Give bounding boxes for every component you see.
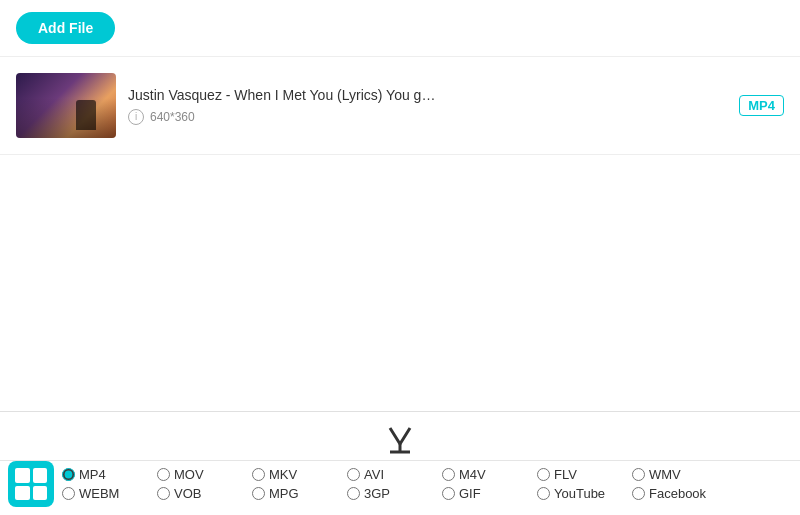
- radio-mp4[interactable]: MP4: [62, 467, 157, 482]
- radio-youtube-input[interactable]: [537, 487, 550, 500]
- radio-wmv-input[interactable]: [632, 468, 645, 481]
- convert-icon-row: [0, 412, 800, 460]
- radio-avi-label: AVI: [364, 467, 384, 482]
- file-title: Justin Vasquez - When I Met You (Lyrics)…: [128, 87, 727, 103]
- grid-cell-2: [33, 468, 48, 483]
- radio-webm[interactable]: WEBM: [62, 486, 157, 501]
- grid-cell-3: [15, 486, 30, 501]
- format-row-1: MP4 MOV MKV AVI M4V: [62, 467, 792, 482]
- radio-flv-label: FLV: [554, 467, 577, 482]
- toolbar: Add File: [0, 0, 800, 57]
- radio-mpg-label: MPG: [269, 486, 299, 501]
- radio-facebook-label: Facebook: [649, 486, 706, 501]
- down-arrow-icon: [382, 420, 418, 456]
- file-list: Justin Vasquez - When I Met You (Lyrics)…: [0, 57, 800, 155]
- radio-mov-input[interactable]: [157, 468, 170, 481]
- radio-flv-input[interactable]: [537, 468, 550, 481]
- radio-3gp[interactable]: 3GP: [347, 486, 442, 501]
- radio-groups: MP4 MOV MKV AVI M4V: [62, 467, 792, 501]
- radio-mp4-label: MP4: [79, 467, 106, 482]
- grid-cell-1: [15, 468, 30, 483]
- radio-mkv-input[interactable]: [252, 468, 265, 481]
- radio-3gp-label: 3GP: [364, 486, 390, 501]
- add-file-button[interactable]: Add File: [16, 12, 115, 44]
- radio-m4v-input[interactable]: [442, 468, 455, 481]
- radio-mp4-input[interactable]: [62, 468, 75, 481]
- format-row-2: WEBM VOB MPG 3GP GIF: [62, 486, 792, 501]
- radio-avi[interactable]: AVI: [347, 467, 442, 482]
- radio-facebook[interactable]: Facebook: [632, 486, 727, 501]
- thumb-overlay: [16, 98, 116, 138]
- radio-youtube[interactable]: YouTube: [537, 486, 632, 501]
- file-info: Justin Vasquez - When I Met You (Lyrics)…: [116, 87, 739, 125]
- radio-mkv[interactable]: MKV: [252, 467, 347, 482]
- radio-facebook-input[interactable]: [632, 487, 645, 500]
- radio-vob-input[interactable]: [157, 487, 170, 500]
- radio-mpg[interactable]: MPG: [252, 486, 347, 501]
- radio-webm-label: WEBM: [79, 486, 119, 501]
- radio-gif[interactable]: GIF: [442, 486, 537, 501]
- format-options-bar: MP4 MOV MKV AVI M4V: [0, 461, 800, 515]
- radio-m4v[interactable]: M4V: [442, 467, 537, 482]
- file-thumbnail: [16, 73, 116, 138]
- bottom-bar: MP4 MOV MKV AVI M4V: [0, 411, 800, 515]
- radio-avi-input[interactable]: [347, 468, 360, 481]
- file-item: Justin Vasquez - When I Met You (Lyrics)…: [16, 65, 784, 146]
- radio-webm-input[interactable]: [62, 487, 75, 500]
- radio-mov-label: MOV: [174, 467, 204, 482]
- middle-area: [0, 155, 800, 395]
- radio-mkv-label: MKV: [269, 467, 297, 482]
- grid-cell-4: [33, 486, 48, 501]
- radio-gif-input[interactable]: [442, 487, 455, 500]
- format-grid-icon: [8, 461, 54, 507]
- radio-vob[interactable]: VOB: [157, 486, 252, 501]
- radio-flv[interactable]: FLV: [537, 467, 632, 482]
- radio-mov[interactable]: MOV: [157, 467, 252, 482]
- radio-wmv[interactable]: WMV: [632, 467, 727, 482]
- radio-3gp-input[interactable]: [347, 487, 360, 500]
- file-resolution: 640*360: [150, 110, 195, 124]
- thumb-figure: [76, 100, 96, 130]
- file-meta: i 640*360: [128, 109, 727, 125]
- radio-mpg-input[interactable]: [252, 487, 265, 500]
- radio-youtube-label: YouTube: [554, 486, 605, 501]
- radio-m4v-label: M4V: [459, 467, 486, 482]
- radio-wmv-label: WMV: [649, 467, 681, 482]
- format-badge[interactable]: MP4: [739, 95, 784, 116]
- radio-gif-label: GIF: [459, 486, 481, 501]
- radio-vob-label: VOB: [174, 486, 201, 501]
- info-icon: i: [128, 109, 144, 125]
